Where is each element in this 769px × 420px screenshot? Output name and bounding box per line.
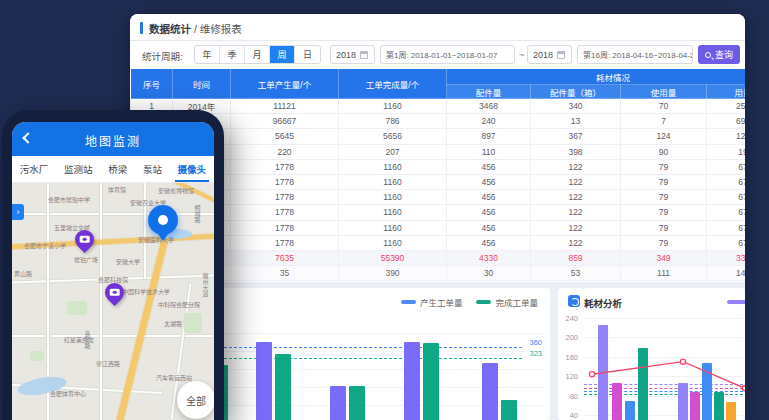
table-cell: 456 bbox=[447, 190, 531, 205]
table-cell: 456 bbox=[447, 220, 531, 235]
map-label: 黄山路 bbox=[14, 269, 32, 278]
map-label: 中科院合肥分院 bbox=[158, 300, 200, 309]
table-cell: 19 bbox=[707, 144, 746, 159]
table-cell: 367 bbox=[531, 129, 621, 144]
bar-完成工单量 bbox=[275, 354, 291, 420]
map-view[interactable]: › 全部 体育馆合肥市琥珀中学安徽农业大学安徽省博物馆桐城路五里墩立交桥合肥市宁… bbox=[12, 183, 214, 420]
map-label: 中国科学技术大学 bbox=[122, 287, 170, 296]
table-cell: 334 bbox=[707, 250, 746, 265]
breadcrumb-separator: / bbox=[194, 23, 197, 35]
table-cell: 122 bbox=[531, 235, 621, 250]
table-cell: 3468 bbox=[447, 99, 531, 114]
table-cell: 349 bbox=[621, 250, 707, 265]
table-cell: 124 bbox=[621, 129, 707, 144]
phone-tab-污水厂[interactable]: 污水厂 bbox=[20, 156, 49, 182]
end-week-input[interactable]: 第16周: 2018-04-16~2018-04-22 bbox=[577, 45, 693, 64]
phone-tab-监测站[interactable]: 监测站 bbox=[64, 156, 93, 182]
table-cell: 859 bbox=[531, 250, 621, 265]
bar-consumable bbox=[690, 392, 700, 420]
reference-line-label: 360 bbox=[529, 338, 542, 347]
bar-consumable bbox=[625, 401, 635, 420]
table-cell: 207 bbox=[339, 144, 447, 159]
table-cell: 7635 bbox=[231, 250, 339, 265]
gridline bbox=[584, 318, 743, 319]
bar-consumable bbox=[714, 392, 724, 420]
col-subheader: 使用量 bbox=[621, 85, 707, 99]
table-row: 12014年111211160346834070250 bbox=[131, 99, 746, 114]
phone-tab-泵站[interactable]: 泵站 bbox=[143, 156, 162, 182]
col-subheader: 用量 bbox=[707, 85, 746, 99]
period-option-周[interactable]: 周 bbox=[270, 46, 295, 63]
breadcrumb-section[interactable]: 数据统计 bbox=[149, 23, 191, 35]
filter-toolbar: 统计周期: 年季月周日 2018 第1周: 2018-01-01~2018-01… bbox=[130, 41, 745, 68]
table-cell: 240 bbox=[447, 114, 531, 129]
map-street bbox=[12, 213, 214, 215]
y-axis-tick: 200 bbox=[562, 333, 578, 342]
period-option-日[interactable]: 日 bbox=[295, 46, 320, 63]
table-cell: 70 bbox=[621, 99, 707, 114]
bar-完成工单量 bbox=[423, 343, 439, 420]
y-axis-tick: 240 bbox=[562, 314, 578, 323]
breadcrumb-bar: 数据统计 / 维修报表 bbox=[130, 14, 745, 41]
col-header-created: 工单产生量/个 bbox=[231, 69, 339, 99]
table-cell: 79 bbox=[621, 205, 707, 220]
table-cell: 110 bbox=[447, 144, 531, 159]
table-cell: 5656 bbox=[339, 129, 447, 144]
table-cell: 456 bbox=[447, 174, 531, 189]
bar-产生工单量 bbox=[330, 386, 346, 420]
phone-tab-桥梁[interactable]: 桥梁 bbox=[108, 156, 127, 182]
map-label: 桐城路 bbox=[192, 205, 201, 223]
table-cell: 1160 bbox=[339, 190, 447, 205]
period-label: 统计周期: bbox=[142, 49, 183, 63]
breadcrumb-accent bbox=[140, 22, 143, 34]
end-year-select[interactable]: 2018 bbox=[527, 45, 572, 64]
table-cell: 250 bbox=[707, 99, 746, 114]
table-cell: 67 bbox=[707, 159, 746, 174]
table-cell: 122 bbox=[531, 220, 621, 235]
start-week-input[interactable]: 第1周: 2018-01-01~2018-01-07 bbox=[380, 45, 515, 64]
map-park bbox=[184, 313, 202, 333]
bar-consumable bbox=[612, 383, 622, 420]
table-cell: 111 bbox=[621, 266, 707, 281]
bar-产生工单量 bbox=[482, 363, 498, 420]
map-label: 安徽医科大学 bbox=[138, 235, 174, 244]
table-cell: 122 bbox=[531, 205, 621, 220]
table-cell: 1778 bbox=[231, 235, 339, 250]
period-option-季[interactable]: 季 bbox=[220, 46, 245, 63]
table-cell: 390 bbox=[339, 266, 447, 281]
table-cell: 55390 bbox=[339, 250, 447, 265]
consumables-chart-card: 耗材分析 2402001601208040 bbox=[558, 288, 745, 420]
query-button[interactable]: 查询 bbox=[698, 45, 740, 64]
map-label: 汽车客运西站 bbox=[156, 373, 192, 382]
map-park bbox=[67, 301, 87, 315]
period-option-月[interactable]: 月 bbox=[245, 46, 270, 63]
start-year-select[interactable]: 2018 bbox=[330, 45, 375, 64]
table-cell: 1160 bbox=[339, 174, 447, 189]
table-cell: 79 bbox=[621, 220, 707, 235]
map-all-button[interactable]: 全部 bbox=[177, 381, 214, 419]
range-separator: ~ bbox=[519, 50, 524, 60]
y-axis-tick: 80 bbox=[562, 392, 578, 401]
table-cell: 79 bbox=[621, 235, 707, 250]
map-label: 安徽大学 bbox=[116, 257, 140, 266]
table-cell: 30 bbox=[447, 266, 531, 281]
table-cell: 1778 bbox=[231, 190, 339, 205]
table-cell: 786 bbox=[339, 114, 447, 129]
table-cell: 79 bbox=[621, 190, 707, 205]
bar-consumable bbox=[638, 348, 648, 420]
selected-location-pin[interactable] bbox=[148, 205, 178, 235]
table-cell: 398 bbox=[531, 144, 621, 159]
period-option-年[interactable]: 年 bbox=[195, 46, 220, 63]
table-cell: 220 bbox=[231, 144, 339, 159]
phone-tab-摄像头[interactable]: 摄像头 bbox=[178, 156, 207, 182]
table-cell: 122 bbox=[531, 174, 621, 189]
table-cell: 1160 bbox=[339, 99, 447, 114]
map-expand-button[interactable]: › bbox=[12, 204, 24, 220]
table-cell: 1778 bbox=[231, 205, 339, 220]
bar-完成工单量 bbox=[501, 400, 517, 420]
table-cell: 35 bbox=[231, 266, 339, 281]
col-subheader: 配件量（箱） bbox=[531, 85, 621, 99]
bar-完成工单量 bbox=[349, 386, 365, 420]
breadcrumb: 数据统计 / 维修报表 bbox=[149, 21, 242, 36]
map-label: 合肥市琥珀中学 bbox=[48, 195, 90, 204]
